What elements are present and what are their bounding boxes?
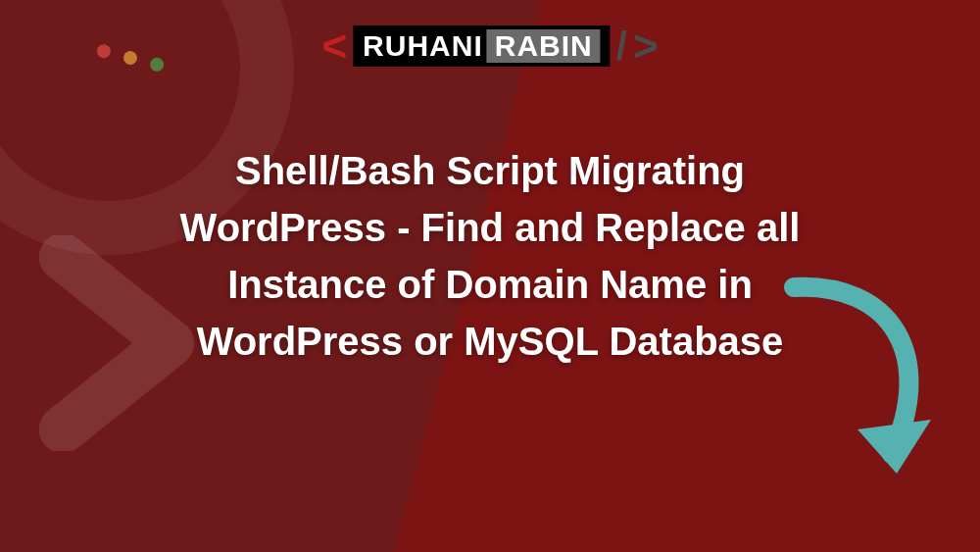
page-title: Shell/Bash Script Migrating WordPress - … [127,142,853,370]
angle-open-icon: < [321,22,347,71]
dot-yellow-icon [122,50,139,67]
brand-box: RUHANI RABIN [353,25,611,67]
curved-arrow-icon [755,273,941,518]
slash-icon: / [616,25,627,69]
dot-red-icon [95,43,112,60]
brand-text-gray: RABIN [487,29,601,63]
brand-logo: < RUHANI RABIN / > [321,22,658,71]
brand-text-white: RUHANI [363,29,483,63]
angle-close-icon: > [633,22,659,71]
